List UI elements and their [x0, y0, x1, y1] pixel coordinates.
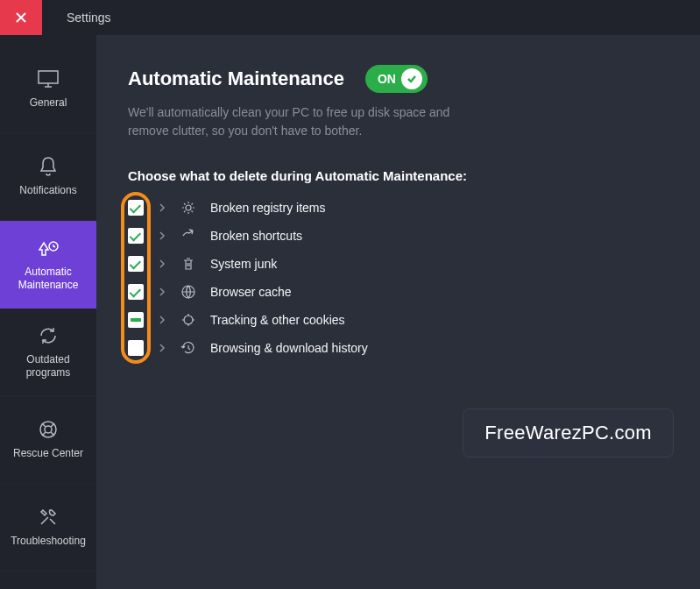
option-system-junk: System junk	[128, 255, 668, 273]
trash-icon	[180, 256, 196, 272]
chevron-right-icon	[159, 344, 166, 352]
checkbox-broken-shortcuts[interactable]	[128, 228, 144, 244]
toggle-knob	[401, 68, 422, 89]
chevron-right-icon	[159, 231, 166, 240]
toggle-automatic-maintenance[interactable]: ON	[365, 65, 428, 93]
history-icon	[180, 340, 196, 356]
checkbox-browsing-history[interactable]	[128, 340, 144, 356]
tools-icon	[36, 507, 60, 528]
checkbox-browser-cache[interactable]	[128, 284, 144, 300]
close-icon	[15, 11, 27, 24]
window-title: Settings	[42, 11, 111, 25]
page-title: Automatic Maintenance	[128, 67, 344, 90]
sidebar-item-notifications[interactable]: Notifications	[0, 133, 96, 221]
option-label: System junk	[210, 257, 277, 271]
monitor-icon	[36, 68, 60, 89]
option-tracking-cookies: Tracking & other cookies	[128, 311, 668, 329]
section-label: Choose what to delete during Automatic M…	[128, 168, 668, 183]
option-browsing-history: Browsing & download history	[128, 339, 668, 357]
refresh-icon	[36, 325, 60, 346]
sidebar-item-general[interactable]: General	[0, 46, 96, 133]
target-icon	[180, 312, 196, 328]
checkbox-broken-registry[interactable]	[128, 200, 144, 216]
checkbox-system-junk[interactable]	[128, 256, 144, 272]
expand-chevron[interactable]	[158, 344, 166, 352]
option-label: Tracking & other cookies	[210, 313, 345, 327]
watermark-label: FreeWarezPC.com	[463, 408, 674, 458]
sidebar-item-label: Automatic Maintenance	[5, 266, 91, 291]
check-icon	[406, 73, 418, 85]
sidebar-item-automatic-maintenance[interactable]: Automatic Maintenance	[0, 221, 96, 309]
option-broken-registry: Broken registry items	[128, 199, 668, 216]
option-label: Browser cache	[210, 285, 292, 299]
expand-chevron[interactable]	[158, 316, 166, 324]
registry-icon	[180, 200, 196, 216]
sidebar-item-label: Troubleshooting	[11, 535, 86, 547]
sidebar-item-rescue-center[interactable]: Rescue Center	[0, 396, 96, 484]
expand-chevron[interactable]	[158, 259, 166, 268]
chevron-right-icon	[159, 259, 166, 268]
chevron-right-icon	[159, 287, 166, 296]
option-label: Broken registry items	[210, 201, 325, 215]
sidebar: General Notifications Automatic Maintena…	[0, 35, 96, 589]
svg-point-3	[45, 426, 52, 433]
sidebar-item-label: Notifications	[19, 184, 76, 196]
content-area: Automatic Maintenance ON We'll automatic…	[96, 35, 700, 589]
sidebar-item-label: General	[30, 96, 67, 109]
option-broken-shortcuts: Broken shortcuts	[128, 227, 668, 245]
sidebar-item-label: Outdated programs	[5, 353, 91, 379]
expand-chevron[interactable]	[158, 287, 166, 296]
checkbox-tracking-cookies[interactable]	[128, 312, 144, 328]
shortcut-icon	[180, 228, 196, 244]
lifebuoy-icon	[36, 419, 60, 440]
sidebar-item-outdated-programs[interactable]: Outdated programs	[0, 309, 96, 396]
chevron-right-icon	[159, 316, 166, 324]
sidebar-item-label: Rescue Center	[13, 447, 83, 459]
close-button[interactable]	[0, 0, 42, 35]
option-browser-cache: Browser cache	[128, 283, 668, 301]
bell-icon	[36, 156, 60, 177]
option-label: Broken shortcuts	[210, 229, 302, 243]
maintenance-icon	[36, 238, 60, 259]
highlight-ring	[121, 192, 151, 364]
svg-point-4	[186, 205, 191, 210]
titlebar: Settings	[0, 0, 700, 35]
globe-icon	[180, 284, 196, 300]
toggle-label: ON	[378, 72, 396, 86]
svg-rect-0	[39, 71, 58, 83]
option-label: Browsing & download history	[210, 341, 368, 355]
svg-point-6	[184, 316, 193, 324]
chevron-right-icon	[159, 203, 166, 212]
sidebar-item-troubleshooting[interactable]: Troubleshooting	[0, 484, 96, 571]
expand-chevron[interactable]	[158, 231, 166, 240]
expand-chevron[interactable]	[158, 203, 166, 212]
options-list: Broken registry items Broken shortcuts	[128, 199, 668, 357]
page-subtext: We'll automatically clean your PC to fre…	[128, 103, 461, 140]
